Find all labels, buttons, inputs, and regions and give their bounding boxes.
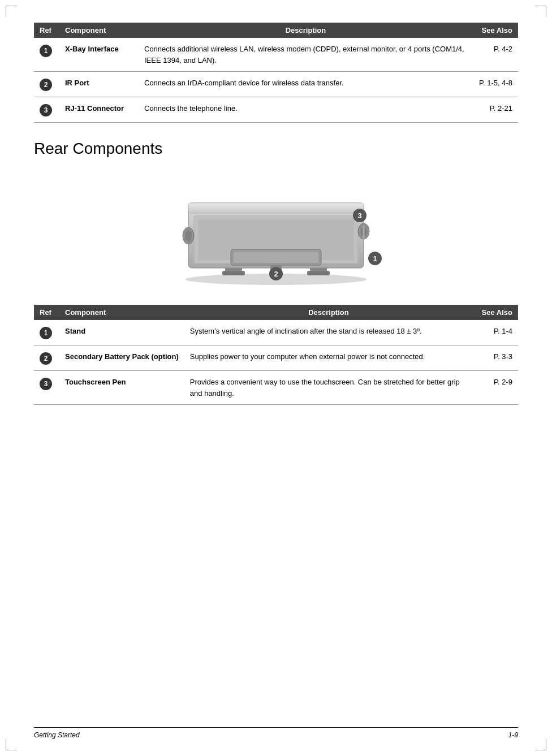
svg-rect-10 bbox=[234, 252, 318, 263]
corner-mark-bottom-right bbox=[535, 739, 546, 750]
table1-header-ref: Ref bbox=[34, 23, 59, 38]
table-row: 2 IR Port Connects an IrDA-compliant dev… bbox=[34, 72, 518, 97]
table-row: 1 X-Bay Interface Connects additional wi… bbox=[34, 38, 518, 72]
see-also-2: P. 1-5, 4-8 bbox=[473, 72, 518, 97]
ref-cell-1: 1 bbox=[34, 38, 59, 72]
see-also2-2: P. 3-3 bbox=[473, 345, 518, 371]
ref-cell-3: 3 bbox=[34, 97, 59, 123]
svg-text:3: 3 bbox=[357, 211, 361, 220]
svg-text:1: 1 bbox=[373, 254, 377, 263]
description2-1: System’s vertical angle of inclination a… bbox=[184, 320, 473, 345]
see-also2-3: P. 2-9 bbox=[473, 371, 518, 405]
table2-header-component: Component bbox=[59, 305, 184, 320]
svg-rect-3 bbox=[222, 271, 245, 275]
ref-cell-2: 2 bbox=[34, 72, 59, 97]
description-3: Connects the telephone line. bbox=[139, 97, 473, 123]
table-row: 3 Touchscreen Pen Provides a convenient … bbox=[34, 371, 518, 405]
device-illustration: 1 2 3 bbox=[157, 175, 395, 288]
description-1: Connects additional wireless LAN, wirele… bbox=[139, 38, 473, 72]
ref2-number-3: 3 bbox=[40, 378, 52, 390]
ref-number-2: 2 bbox=[40, 79, 52, 91]
see-also-3: P. 2-21 bbox=[473, 97, 518, 123]
description2-2: Supplies power to your computer when ext… bbox=[184, 345, 473, 371]
svg-rect-6 bbox=[188, 203, 364, 213]
ref2-number-2: 2 bbox=[40, 352, 52, 365]
ref2-cell-3: 3 bbox=[34, 371, 59, 405]
component2-3: Touchscreen Pen bbox=[59, 371, 184, 405]
table2-header-ref: Ref bbox=[34, 305, 59, 320]
page: Ref Component Description See Also 1 X-B… bbox=[0, 0, 552, 756]
svg-rect-4 bbox=[307, 271, 330, 275]
ref-number-3: 3 bbox=[40, 104, 52, 116]
table-row: 3 RJ-11 Connector Connects the telephone… bbox=[34, 97, 518, 123]
description2-3: Provides a convenient way to use the tou… bbox=[184, 371, 473, 405]
component-3: RJ-11 Connector bbox=[59, 97, 139, 123]
table2-header-description: Description bbox=[184, 305, 473, 320]
see-also2-1: P. 1-4 bbox=[473, 320, 518, 345]
svg-text:2: 2 bbox=[274, 270, 278, 278]
table1-header-description: Description bbox=[139, 23, 473, 38]
ref2-cell-2: 2 bbox=[34, 345, 59, 371]
component2-2: Secondary Battery Pack (option) bbox=[59, 345, 184, 371]
table-row: 1 Stand System’s vertical angle of incli… bbox=[34, 320, 518, 345]
table-1: Ref Component Description See Also 1 X-B… bbox=[34, 23, 518, 123]
device-image-container: 1 2 3 bbox=[34, 175, 518, 288]
table1-header-see-also: See Also bbox=[473, 23, 518, 38]
svg-point-13 bbox=[185, 230, 192, 241]
device-image: 1 2 3 bbox=[157, 175, 395, 288]
table1-header-component: Component bbox=[59, 23, 139, 38]
section-heading: Rear Components bbox=[34, 140, 518, 158]
footer: Getting Started 1-9 bbox=[34, 727, 518, 739]
ref2-number-1: 1 bbox=[40, 327, 52, 339]
description-2: Connects an IrDA-compliant device for wi… bbox=[139, 72, 473, 97]
footer-left: Getting Started bbox=[34, 731, 80, 739]
footer-right: 1-9 bbox=[508, 731, 518, 739]
table2-header-see-also: See Also bbox=[473, 305, 518, 320]
ref-number-1: 1 bbox=[40, 45, 52, 57]
ref2-cell-1: 1 bbox=[34, 320, 59, 345]
corner-mark-top-left bbox=[6, 6, 17, 17]
see-also-1: P. 4-2 bbox=[473, 38, 518, 72]
corner-mark-bottom-left bbox=[6, 739, 17, 750]
table-row: 2 Secondary Battery Pack (option) Suppli… bbox=[34, 345, 518, 371]
table-2: Ref Component Description See Also 1 Sta… bbox=[34, 305, 518, 405]
component2-1: Stand bbox=[59, 320, 184, 345]
component-2: IR Port bbox=[59, 72, 139, 97]
corner-mark-top-right bbox=[535, 6, 546, 17]
component-1: X-Bay Interface bbox=[59, 38, 139, 72]
